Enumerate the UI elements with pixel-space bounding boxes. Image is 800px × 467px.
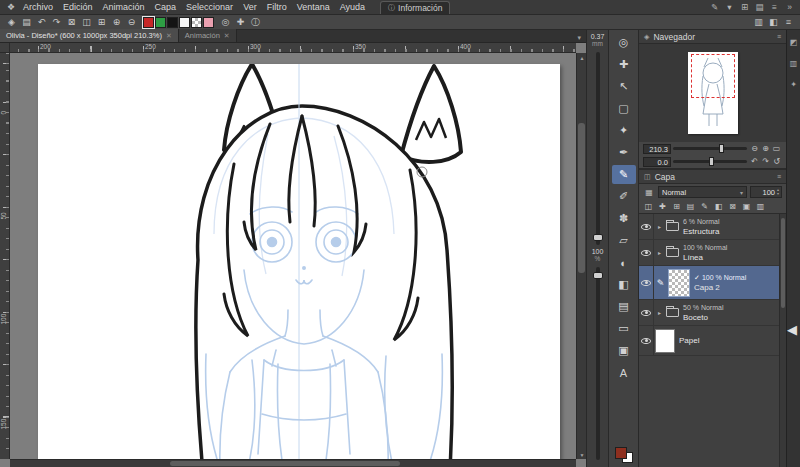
expand-folder-icon[interactable]: ▸ xyxy=(654,249,665,256)
close-tab-icon[interactable]: ✕ xyxy=(166,32,172,40)
white-color-swatch[interactable] xyxy=(179,17,190,28)
canvas-artwork[interactable] xyxy=(38,64,560,459)
figure-tool[interactable]: ▭ xyxy=(612,319,636,338)
snap-icon[interactable]: ◎ xyxy=(218,16,233,29)
reset-rotation-icon[interactable]: ↺ xyxy=(771,157,782,166)
panel-menu-icon[interactable]: ≡ xyxy=(777,33,781,40)
panel-layout-icon[interactable]: ▥ xyxy=(751,16,766,29)
layer-list-scrollbar[interactable] xyxy=(779,214,786,467)
fit-to-screen-icon[interactable]: ▭ xyxy=(771,144,782,153)
layer-visibility-toggle[interactable] xyxy=(639,240,654,265)
clip-studio-logo-icon[interactable]: ◈ xyxy=(4,16,19,29)
green-color-swatch[interactable] xyxy=(155,17,166,28)
layer-thumbnail[interactable] xyxy=(655,329,675,353)
wand-tool[interactable]: ✦ xyxy=(612,121,636,140)
collapse-panels-icon[interactable]: » xyxy=(783,1,796,14)
text-tool[interactable]: A xyxy=(612,363,636,382)
scroll-up-icon[interactable]: ▲ xyxy=(577,53,587,62)
transfer-down-icon[interactable]: ▤ xyxy=(684,201,697,213)
frame-tool[interactable]: ▣ xyxy=(612,341,636,360)
layer-visibility-toggle[interactable] xyxy=(639,214,654,239)
rotation-slider-thumb[interactable] xyxy=(709,157,714,166)
workspace-tiles-icon[interactable]: ▤ xyxy=(753,1,766,14)
document-tab-animacion[interactable]: Animación ✕ xyxy=(179,29,237,42)
clear-selection-icon[interactable]: ⊠ xyxy=(64,16,79,29)
undo-icon[interactable]: ↶ xyxy=(34,16,49,29)
document-tab-active[interactable]: Olivia - Diseño* (600 x 1000px 350dpi 21… xyxy=(0,29,179,42)
draft-layer-icon[interactable]: ✎ xyxy=(698,201,711,213)
brush-size-slider[interactable] xyxy=(596,52,600,245)
tab-list-dropdown-icon[interactable]: ▾ xyxy=(572,34,586,42)
transparent-color-swatch[interactable] xyxy=(191,17,202,28)
menu-item[interactable]: Capa xyxy=(150,0,182,15)
layer-row-boceto[interactable]: ▸ 50 % Normal Boceto xyxy=(639,300,786,326)
main-color-swatch[interactable] xyxy=(143,17,154,28)
brush-size-slider-thumb[interactable] xyxy=(593,234,603,241)
pink-color-swatch[interactable] xyxy=(203,17,214,28)
menu-item[interactable]: Filtro xyxy=(262,0,292,15)
menu-item[interactable]: Animación xyxy=(98,0,150,15)
layer-name[interactable]: Capa 2 xyxy=(694,283,746,293)
scroll-down-icon[interactable]: ▼ xyxy=(577,450,587,459)
dropdown-arrow-icon[interactable]: ▾ xyxy=(723,1,736,14)
deselect-icon[interactable]: ◫ xyxy=(79,16,94,29)
pen-settings-icon[interactable]: ✎ xyxy=(708,1,721,14)
move-tool[interactable]: ✚ xyxy=(612,55,636,74)
opacity-spinner[interactable]: ▴▾ xyxy=(777,188,779,196)
layer-name[interactable]: Papel xyxy=(679,336,699,346)
horizontal-scrollbar[interactable] xyxy=(10,459,576,467)
workspace-icon[interactable]: ▤ xyxy=(19,16,34,29)
lock-layer-icon[interactable]: ◧ xyxy=(712,201,725,213)
vertical-scroll-thumb[interactable] xyxy=(578,123,585,273)
palette-color-icon[interactable]: ▥ xyxy=(754,201,767,213)
menu-item[interactable]: Ver xyxy=(238,0,262,15)
canvas-viewport[interactable] xyxy=(10,53,576,459)
hamburger-menu-icon[interactable]: ≡ xyxy=(768,1,781,14)
layer-mask-icon[interactable]: ◫ xyxy=(642,201,655,213)
nav-zoom-out-icon[interactable]: ⊖ xyxy=(749,144,760,153)
close-tab-icon[interactable]: ✕ xyxy=(224,32,230,40)
horizontal-scroll-thumb[interactable] xyxy=(170,461,400,466)
menu-item[interactable]: Archivo xyxy=(18,0,58,15)
selection-tool[interactable]: ▢ xyxy=(612,99,636,118)
layer-thumbnail[interactable] xyxy=(668,269,690,297)
zoom-in-icon[interactable]: ⊕ xyxy=(109,16,124,29)
layer-visibility-toggle[interactable] xyxy=(639,300,654,325)
layer-visibility-toggle[interactable] xyxy=(639,266,654,299)
lock-transparency-icon[interactable]: ⊠ xyxy=(726,201,739,213)
pencil-tool[interactable]: ✐ xyxy=(612,187,636,206)
zoom-tool[interactable]: ◎ xyxy=(612,33,636,52)
zoom-slider[interactable] xyxy=(673,147,747,150)
brush-tool[interactable]: ✒ xyxy=(612,143,636,162)
add-panel-icon[interactable]: ⊞ xyxy=(738,1,751,14)
new-folder-icon[interactable]: ⊞ xyxy=(670,201,683,213)
menu-item[interactable]: Seleccionar xyxy=(181,0,238,15)
layer-name[interactable]: Línea xyxy=(683,253,727,263)
layer-panel-menu-icon[interactable]: ≡ xyxy=(777,173,781,180)
layer-scroll-thumb[interactable] xyxy=(781,218,785,308)
pen-tool[interactable]: ✎ xyxy=(612,165,636,184)
info-icon[interactable]: ⓘ xyxy=(248,16,263,29)
zoom-slider-thumb[interactable] xyxy=(719,144,724,153)
layer-name[interactable]: Boceto xyxy=(683,313,723,323)
decoration-tool[interactable]: ✽ xyxy=(612,209,636,228)
tab-informacion[interactable]: ⓘ Información xyxy=(380,1,450,14)
expand-folder-icon[interactable]: ▸ xyxy=(654,309,665,316)
gradient-tool[interactable]: ▤ xyxy=(612,297,636,316)
menu-item[interactable]: Ventana xyxy=(292,0,335,15)
navigator-view-rectangle[interactable] xyxy=(691,54,735,98)
crosshair-icon[interactable]: ✚ xyxy=(233,16,248,29)
app-logo-icon[interactable]: ❖ xyxy=(4,2,18,12)
expand-folder-icon[interactable]: ▸ xyxy=(654,223,665,230)
layer-name[interactable]: Estructura xyxy=(683,227,720,237)
canvas-page[interactable] xyxy=(38,64,560,459)
ruler-layer-icon[interactable]: ▣ xyxy=(740,201,753,213)
zoom-out-icon[interactable]: ⊖ xyxy=(124,16,139,29)
layer-opacity-input[interactable]: 100 ▴▾ xyxy=(750,186,782,198)
navigator-title-bar[interactable]: ◈ Navegador ≡ xyxy=(639,30,786,44)
eraser-tool[interactable]: ▱ xyxy=(612,231,636,250)
layer-row-papel[interactable]: Papel xyxy=(639,326,786,356)
black-color-swatch[interactable] xyxy=(167,17,178,28)
layer-row-estructura[interactable]: ▸ 6 % Normal Estructura xyxy=(639,214,786,240)
menu-item[interactable]: Ayuda xyxy=(335,0,370,15)
